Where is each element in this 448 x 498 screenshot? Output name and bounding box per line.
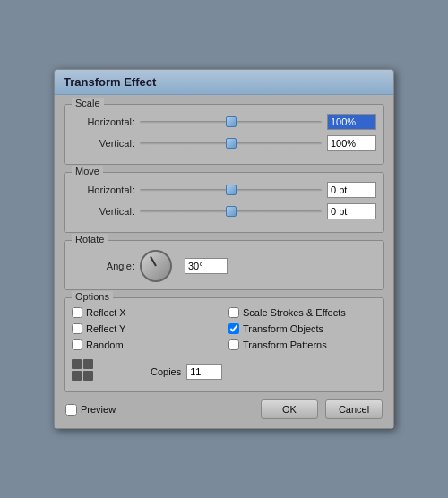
move-horizontal-thumb[interactable] (226, 185, 237, 195)
scale-horizontal-row: Horizontal: (72, 114, 376, 130)
copies-input[interactable] (186, 364, 222, 380)
options-grid: Reflect X Scale Strokes & Effects Reflec… (72, 307, 376, 352)
transform-objects-label: Transform Objects (243, 323, 323, 334)
scale-strokes-checkbox[interactable] (228, 307, 239, 318)
reflect-y-label: Reflect Y (86, 323, 125, 334)
move-horizontal-row: Horizontal: (72, 182, 376, 198)
cancel-button[interactable]: Cancel (325, 399, 383, 419)
random-checkbox[interactable] (72, 339, 82, 350)
scale-horizontal-slider[interactable] (140, 115, 322, 129)
transform-objects-row: Transform Objects (228, 323, 376, 334)
scale-horizontal-label: Horizontal: (72, 116, 134, 127)
scale-vertical-slider[interactable] (140, 136, 322, 150)
scale-vertical-label: Vertical: (72, 138, 134, 149)
move-vertical-label: Vertical: (72, 206, 134, 217)
scale-horizontal-input[interactable] (327, 114, 376, 130)
transform-patterns-checkbox[interactable] (228, 339, 239, 350)
move-horizontal-slider[interactable] (140, 183, 322, 197)
scale-vertical-row: Vertical: (72, 135, 376, 151)
reflect-x-label: Reflect X (86, 307, 126, 318)
move-group: Move Horizontal: Vertical: (64, 172, 384, 233)
move-horizontal-label: Horizontal: (72, 185, 134, 195)
move-horizontal-input[interactable] (327, 182, 376, 198)
rotate-label: Rotate (72, 234, 108, 245)
random-label: Random (86, 339, 124, 350)
scale-vertical-input[interactable] (327, 135, 376, 151)
move-vertical-thumb[interactable] (226, 206, 237, 217)
transform-patterns-row: Transform Patterns (228, 339, 376, 350)
dialog-title: Transform Effect (55, 70, 393, 95)
svg-rect-0 (72, 359, 82, 369)
bottom-bar: Preview OK Cancel (64, 399, 384, 419)
copies-label: Copies (151, 366, 181, 377)
ok-button[interactable]: OK (261, 399, 318, 419)
reflect-x-checkbox[interactable] (72, 307, 82, 318)
rotate-angle-label: Angle: (72, 261, 134, 271)
move-vertical-row: Vertical: (72, 203, 376, 219)
preview-row: Preview (65, 404, 116, 416)
copies-icon (72, 359, 97, 384)
scale-strokes-label: Scale Strokes & Effects (243, 307, 346, 318)
scale-horizontal-thumb[interactable] (226, 116, 237, 127)
rotate-row: Angle: (72, 250, 376, 282)
svg-rect-1 (83, 359, 93, 369)
reflect-x-row: Reflect X (72, 307, 220, 318)
scale-strokes-row: Scale Strokes & Effects (228, 307, 376, 318)
rotate-angle-input[interactable] (185, 258, 228, 274)
options-label: Options (72, 291, 113, 302)
transform-patterns-label: Transform Patterns (243, 339, 327, 350)
svg-rect-2 (72, 371, 82, 381)
rotate-group: Rotate Angle: (64, 240, 384, 290)
transform-objects-checkbox[interactable] (228, 323, 239, 334)
preview-checkbox[interactable] (65, 404, 77, 416)
transform-effect-dialog: Transform Effect Scale Horizontal: (54, 69, 394, 429)
random-row: Random (72, 339, 220, 350)
dial-indicator (150, 256, 157, 266)
preview-label: Preview (81, 404, 116, 415)
scale-group: Scale Horizontal: Vertical: (64, 104, 384, 165)
dialog-body: Scale Horizontal: Vertical: (55, 95, 393, 428)
reflect-y-checkbox[interactable] (72, 323, 82, 334)
button-row: OK Cancel (261, 399, 383, 419)
scale-vertical-thumb[interactable] (226, 138, 237, 149)
copies-row: Copies (72, 359, 376, 384)
move-vertical-input[interactable] (327, 203, 376, 219)
scale-label: Scale (72, 98, 104, 108)
move-label: Move (72, 166, 103, 176)
move-vertical-slider[interactable] (140, 204, 322, 219)
reflect-y-row: Reflect Y (72, 323, 220, 334)
rotate-dial[interactable] (140, 250, 172, 282)
svg-rect-3 (83, 371, 93, 381)
options-group: Options Reflect X Scale Strokes & Effect… (64, 297, 384, 392)
